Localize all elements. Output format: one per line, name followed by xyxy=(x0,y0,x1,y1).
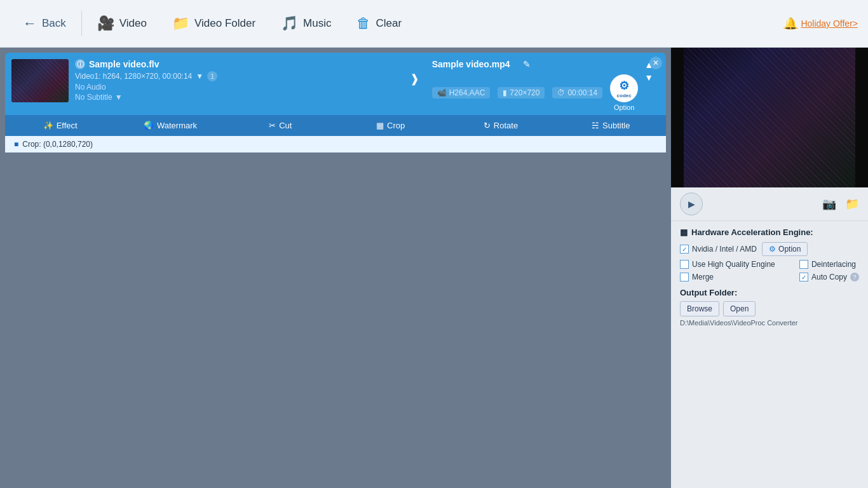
edit-filename-icon[interactable]: ✎ xyxy=(523,59,531,69)
open-folder-button[interactable]: 📁 xyxy=(845,197,859,211)
preview-right-bar xyxy=(855,48,868,187)
preview-action-icons: 📷 📁 xyxy=(822,197,859,211)
back-icon: ← xyxy=(23,15,37,32)
video-meta: Video1: h264, 1280×720, 00:00:14 ▼ 1 xyxy=(75,71,403,81)
back-button[interactable]: ← Back xyxy=(10,0,79,47)
output-folder-row: Browse Open xyxy=(680,301,859,316)
help-icon[interactable]: ? xyxy=(850,273,859,281)
hardware-title: ▩ Hardware Acceleration Engine: xyxy=(680,227,859,237)
music-icon: 🎵 xyxy=(281,15,298,32)
output-filename: Sample video.mp4 xyxy=(432,59,510,69)
tab-rotate[interactable]: ↻ Rotate xyxy=(445,115,555,136)
deinterlacing-checkbox[interactable] xyxy=(799,260,808,269)
merge-label[interactable]: Merge xyxy=(680,273,775,281)
codec-badge: 📹 H264,AAC xyxy=(432,87,491,98)
high-quality-checkbox[interactable] xyxy=(680,260,689,269)
toolbar: ← Back 🎥 Video 📁 Video Folder 🎵 Music 🗑 … xyxy=(0,0,868,48)
crop-info-bar: ■ Crop: (0,0,1280,720) xyxy=(5,136,666,152)
bell-icon: 🔔 xyxy=(783,17,797,30)
crop-icon: ▦ xyxy=(376,121,384,130)
open-folder-icon: 📁 xyxy=(845,198,859,210)
preview-controls: ▶ 📷 📁 xyxy=(671,187,868,221)
left-checkboxes: Use High Quality Engine Merge xyxy=(680,260,775,281)
codec-option-button[interactable]: ⚙ codec Option xyxy=(610,74,638,111)
hw-icon: ▩ xyxy=(680,227,688,237)
video-card: ✕ ⓘ Sample video.flv Video1: h264, 1280×… xyxy=(5,53,666,152)
nvidia-checkbox[interactable]: ✓ xyxy=(680,245,689,254)
hw-nvidia-row: ✓ Nvidia / Intel / AMD ⚙ Option xyxy=(680,242,859,256)
main-area: ✕ ⓘ Sample video.flv Video1: h264, 1280×… xyxy=(0,48,868,488)
tab-effect[interactable]: ✨ Effect xyxy=(5,115,115,136)
resolution-icon: ▮ xyxy=(503,88,507,97)
effect-icon: ✨ xyxy=(43,121,53,130)
rotate-icon: ↻ xyxy=(484,121,491,130)
play-icon: ▶ xyxy=(688,199,695,209)
subtitle-arrow[interactable]: ▼ xyxy=(115,93,123,102)
tab-watermark[interactable]: 🌏 Watermark xyxy=(115,115,225,136)
output-folder-section: Output Folder: Browse Open D:\Media\Vide… xyxy=(680,288,859,327)
gear-icon: ⚙ xyxy=(769,245,776,254)
video-icon-small: 📹 xyxy=(437,88,447,97)
cut-icon: ✂ xyxy=(269,121,276,130)
hw-options-row: Use High Quality Engine Merge Deinterlac… xyxy=(680,260,859,281)
folder-icon: 📁 xyxy=(172,15,189,32)
folder-path: D:\Media\Videos\VideoProc Converter xyxy=(680,319,859,327)
high-quality-label[interactable]: Use High Quality Engine xyxy=(680,260,775,269)
audio-info: No Audio xyxy=(75,83,403,92)
deinterlacing-label[interactable]: Deinterlacing xyxy=(799,260,859,269)
resolution-badge: ▮ 720×720 xyxy=(498,87,545,98)
video-folder-button[interactable]: 📁 Video Folder xyxy=(159,0,268,47)
browse-button[interactable]: Browse xyxy=(680,301,719,316)
card-close-button[interactable]: ✕ xyxy=(649,57,662,69)
auto-copy-checkbox[interactable]: ✓ xyxy=(799,273,808,281)
clock-icon: ⏱ xyxy=(557,88,565,97)
video-thumbnail xyxy=(11,59,69,102)
source-filename: ⓘ Sample video.flv xyxy=(75,59,403,69)
auto-copy-label[interactable]: ✓ Auto Copy ? xyxy=(799,273,859,281)
thumb-overlay xyxy=(11,59,69,102)
video-button[interactable]: 🎥 Video xyxy=(85,0,159,47)
clear-button[interactable]: 🗑 Clear xyxy=(344,0,414,47)
preview-overlay xyxy=(671,48,868,187)
video-edit-tabs: ✨ Effect 🌏 Watermark ✂ Cut ▦ Crop ↻ R xyxy=(5,115,666,136)
card-next-arrow: ❱ xyxy=(410,72,419,86)
watermark-icon: 🌏 xyxy=(144,121,154,130)
preview-area xyxy=(671,48,868,187)
output-section: Sample video.mp4 ✎ xyxy=(432,59,638,69)
left-panel: ✕ ⓘ Sample video.flv Video1: h264, 1280×… xyxy=(0,48,671,488)
hardware-section: ▩ Hardware Acceleration Engine: ✓ Nvidia… xyxy=(680,227,859,281)
camera-icon: 📷 xyxy=(822,198,836,210)
video-icon: 🎥 xyxy=(97,15,114,32)
trash-icon: 🗑 xyxy=(356,15,370,32)
preview-play-button[interactable]: ▶ xyxy=(680,193,703,215)
settings-panel: ▩ Hardware Acceleration Engine: ✓ Nvidia… xyxy=(671,221,868,488)
open-button[interactable]: Open xyxy=(723,301,756,316)
tab-crop[interactable]: ▦ Crop xyxy=(336,115,445,136)
info-icon[interactable]: ⓘ xyxy=(75,59,85,69)
divider xyxy=(81,11,82,36)
holiday-offer-link[interactable]: 🔔 Holiday Offer> xyxy=(783,17,858,30)
snapshot-button[interactable]: 📷 xyxy=(822,197,836,211)
right-panel: ▶ 📷 📁 ▩ Hardware Acceleration Engine: xyxy=(671,48,868,488)
music-button[interactable]: 🎵 Music xyxy=(268,0,344,47)
duration-badge: ⏱ 00:00:14 xyxy=(552,87,602,98)
subtitle-icon: ☵ xyxy=(592,121,599,130)
tab-cut[interactable]: ✂ Cut xyxy=(226,115,336,136)
expand-arrow[interactable]: ▼ xyxy=(196,72,203,81)
video-info: ⓘ Sample video.flv Video1: h264, 1280×72… xyxy=(75,59,403,102)
merge-checkbox[interactable] xyxy=(680,273,689,281)
tab-subtitle[interactable]: ☵ Subtitle xyxy=(556,115,666,136)
scroll-down-button[interactable]: ▼ xyxy=(644,72,653,85)
track-badge: 1 xyxy=(207,71,217,81)
hw-option-button[interactable]: ⚙ Option xyxy=(762,242,808,256)
video-card-header: ⓘ Sample video.flv Video1: h264, 1280×72… xyxy=(5,53,666,111)
nvidia-checkbox-label[interactable]: ✓ Nvidia / Intel / AMD xyxy=(680,245,757,254)
crop-bullet: ■ xyxy=(14,140,18,149)
subtitle-info: No Subtitle ▼ xyxy=(75,93,403,102)
right-checkboxes: Deinterlacing ✓ Auto Copy ? xyxy=(799,260,859,281)
preview-left-bar xyxy=(671,48,684,187)
